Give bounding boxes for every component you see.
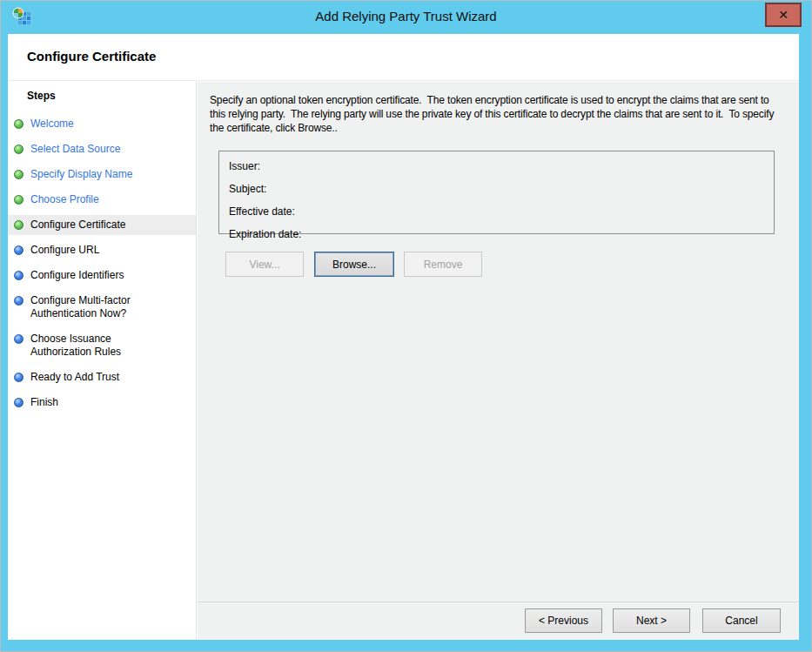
step-completed-icon (14, 145, 23, 154)
browse-button[interactable]: Browse... (314, 252, 394, 277)
title-bar: Add Relying Party Trust Wizard ✕ (1, 1, 811, 34)
step-label: Configure Multi-factor Authentication No… (30, 294, 147, 320)
footer-divider (198, 602, 799, 602)
sidebar-item-specify-display-name[interactable]: Specify Display Name (8, 165, 196, 185)
sidebar-item-configure-certificate[interactable]: Configure Certificate (8, 215, 196, 235)
sidebar-item-finish: Finish (8, 393, 196, 413)
step-label: Configure Certificate (30, 218, 125, 232)
step-pending-icon (14, 334, 23, 344)
certificate-field-label: Subject: (229, 183, 266, 195)
step-label: Finish (30, 396, 58, 409)
sidebar-item-ready-to-add-trust: Ready to Add Trust (8, 367, 196, 387)
step-completed-icon (14, 220, 23, 230)
sidebar-item-welcome[interactable]: Welcome (8, 114, 196, 134)
cancel-button[interactable]: Cancel (702, 608, 781, 633)
certificate-details-box: Issuer:Subject:Effective date:Expiration… (218, 151, 775, 234)
certificate-field-label: Issuer: (229, 160, 260, 172)
wizard-window: Add Relying Party Trust Wizard ✕ Configu… (0, 0, 812, 652)
close-button[interactable]: ✕ (765, 3, 802, 27)
step-pending-icon (14, 373, 23, 382)
step-label: Specify Display Name (30, 168, 132, 181)
sidebar-item-configure-identifiers: Configure Identifiers (8, 266, 196, 286)
steps-sidebar: Steps WelcomeSelect Data SourceSpecify D… (8, 82, 197, 640)
sidebar-item-configure-url: Configure URL (8, 240, 196, 260)
view-button: View... (225, 252, 304, 277)
step-label: Choose Profile (30, 193, 99, 206)
step-label: Welcome (30, 118, 74, 131)
certificate-field-row: Issuer: (219, 156, 774, 177)
sidebar-item-choose-issuance-authorization-rules: Choose Issuance Authorization Rules (8, 329, 196, 362)
step-label: Select Data Source (30, 143, 120, 156)
step-pending-icon (14, 296, 23, 306)
sidebar-item-configure-multi-factor-authentication-now: Configure Multi-factor Authentication No… (8, 291, 196, 324)
step-completed-icon (14, 195, 23, 205)
step-completed-icon (14, 119, 23, 129)
step-pending-icon (14, 271, 23, 280)
instruction-text: Specify an optional token encryption cer… (210, 93, 777, 135)
window-frame-right (799, 34, 811, 651)
sidebar-item-select-data-source[interactable]: Select Data Source (8, 139, 196, 159)
remove-button: Remove (404, 252, 482, 277)
step-label: Configure URL (30, 244, 99, 257)
steps-heading: Steps (27, 90, 196, 102)
page-title: Configure Certificate (27, 49, 156, 64)
step-label: Configure Identifiers (30, 269, 124, 282)
main-panel: Specify an optional token encryption cer… (198, 82, 799, 640)
sidebar-item-choose-profile[interactable]: Choose Profile (8, 190, 196, 210)
previous-button[interactable]: < Previous (525, 608, 602, 633)
step-label: Choose Issuance Authorization Rules (30, 333, 147, 359)
step-label: Ready to Add Trust (30, 371, 119, 384)
window-frame-left (1, 34, 8, 651)
next-button[interactable]: Next > (613, 608, 690, 633)
certificate-field-row: Expiration date: (219, 224, 774, 245)
steps-list: WelcomeSelect Data SourceSpecify Display… (8, 114, 196, 413)
certificate-field-row: Effective date: (219, 201, 774, 222)
step-pending-icon (14, 398, 23, 407)
step-completed-icon (14, 170, 23, 179)
step-pending-icon (14, 245, 23, 255)
window-title: Add Relying Party Trust Wizard (1, 9, 811, 24)
page-header: Configure Certificate (8, 34, 799, 81)
certificate-field-label: Expiration date: (229, 228, 301, 240)
certificate-field-label: Effective date: (229, 205, 295, 218)
window-frame-bottom (1, 640, 811, 651)
certificate-field-row: Subject: (219, 178, 774, 199)
